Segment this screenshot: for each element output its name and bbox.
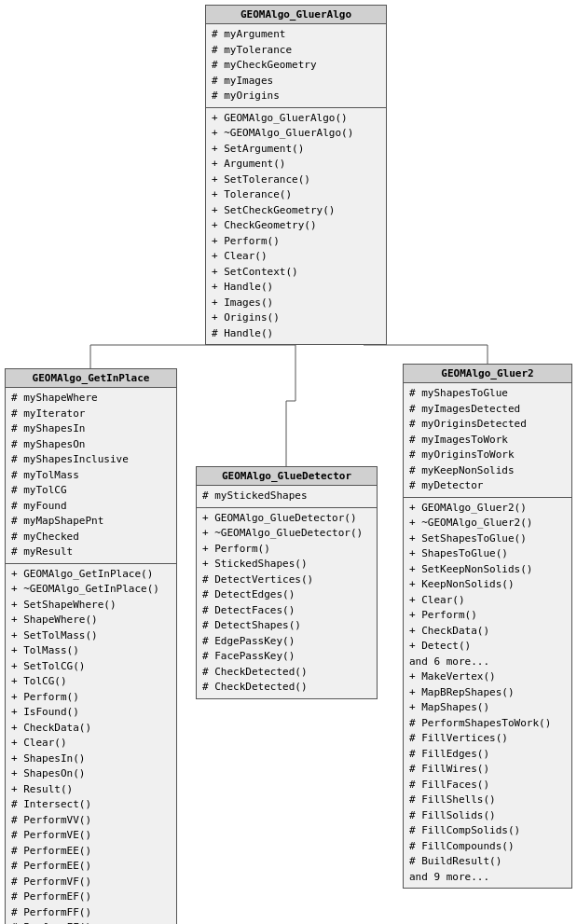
get-in-place-methods: + GEOMAlgo_GetInPlace() + ~GEOMAlgo_GetI… bbox=[6, 564, 176, 925]
gluer-algo-methods: + GEOMAlgo_GluerAlgo() + ~GEOMAlgo_Gluer… bbox=[206, 108, 386, 345]
glue-detector-title: GEOMAlgo_GlueDetector bbox=[197, 467, 377, 486]
get-in-place-box: GEOMAlgo_GetInPlace # myShapeWhere # myI… bbox=[5, 368, 177, 924]
diagram-container: GEOMAlgo_GluerAlgo # myArgument # myTole… bbox=[0, 0, 577, 924]
glue-detector-fields: # myStickedShapes bbox=[197, 486, 377, 508]
gluer2-box: GEOMAlgo_Gluer2 # myShapesToGlue # myIma… bbox=[403, 364, 572, 889]
glue-detector-methods: + GEOMAlgo_GlueDetector() + ~GEOMAlgo_Gl… bbox=[197, 508, 377, 698]
glue-detector-box: GEOMAlgo_GlueDetector # myStickedShapes … bbox=[196, 466, 378, 699]
get-in-place-title: GEOMAlgo_GetInPlace bbox=[6, 369, 176, 388]
gluer-algo-box: GEOMAlgo_GluerAlgo # myArgument # myTole… bbox=[205, 5, 387, 345]
gluer-algo-title: GEOMAlgo_GluerAlgo bbox=[206, 6, 386, 24]
gluer2-title: GEOMAlgo_Gluer2 bbox=[404, 365, 571, 383]
gluer2-fields: # myShapesToGlue # myImagesDetected # my… bbox=[404, 383, 571, 498]
gluer-algo-fields: # myArgument # myTolerance # myCheckGeom… bbox=[206, 24, 386, 108]
get-in-place-fields: # myShapeWhere # myIterator # myShapesIn… bbox=[6, 388, 176, 564]
gluer2-methods: + GEOMAlgo_Gluer2() + ~GEOMAlgo_Gluer2()… bbox=[404, 498, 571, 889]
